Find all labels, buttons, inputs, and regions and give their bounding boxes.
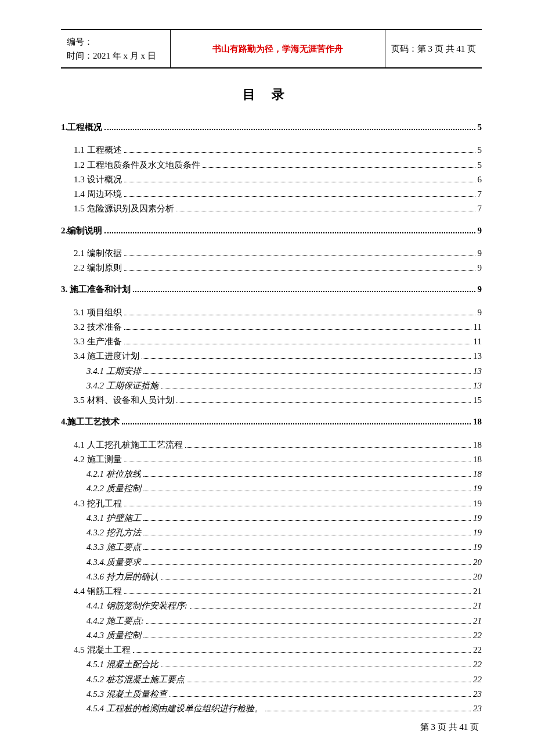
header-left-cell: 编号： 时间：2021 年 x 月 x 日 (61, 30, 171, 68)
toc-entry-label: 3.5 材料、设备和人员计划 (74, 394, 174, 407)
toc-entry-label: 4.3.4.质量要求 (86, 556, 141, 569)
toc-entry-label: 4.3.1 护壁施工 (86, 512, 141, 525)
toc-leader-dots (133, 652, 471, 653)
toc-entry-page: 9 (478, 247, 482, 260)
toc-entry: 1.3 设计概况6 (74, 173, 482, 186)
toc-entry: 1.5 危险源识别及因素分析7 (74, 202, 482, 215)
toc-entry-page: 13 (473, 379, 482, 393)
toc-leader-dots (143, 564, 471, 565)
toc-entry-label: 4.3.2 挖孔方法 (86, 526, 141, 539)
toc-entry-page: 22 (473, 658, 482, 671)
toc-entry-page: 7 (478, 188, 482, 201)
toc-leader-dots (176, 211, 475, 211)
toc-leader-dots (124, 182, 475, 182)
toc-entry-page: 18 (473, 415, 482, 429)
toc-entry-page: 15 (473, 394, 482, 407)
toc-entry-page: 23 (473, 702, 482, 715)
toc-entry-label: 3.2 技术准备 (74, 321, 122, 334)
toc-leader-dots (124, 270, 475, 271)
toc-entry-label: 4.2.2 质量控制 (86, 482, 141, 495)
toc-entry-label: 3.4 施工进度计划 (74, 350, 139, 363)
toc-leader-dots (142, 358, 471, 359)
toc-entry-label: 1.工程概况 (61, 121, 102, 134)
toc-entry-page: 22 (473, 643, 482, 657)
toc-leader-dots (169, 696, 471, 697)
toc-entry: 3.1 项目组织9 (74, 306, 482, 319)
toc-entry-page: 21 (473, 585, 482, 598)
toc-entry-label: 1.1 工程概述 (74, 143, 122, 157)
toc-leader-dots (143, 476, 471, 477)
toc-entry: 2.1 编制依据9 (74, 247, 482, 260)
toc-entry-page: 13 (473, 350, 482, 363)
toc-leader-dots (143, 520, 471, 521)
toc-entry-label: 4.2 施工测量 (74, 453, 122, 466)
toc-leader-dots (265, 711, 471, 711)
toc-entry-label: 2.2 编制原则 (74, 261, 122, 275)
toc-entry-label: 4.5.2 桩芯混凝土施工要点 (86, 673, 185, 686)
toc-entry: 3.4.1 工期安排13 (86, 365, 482, 378)
toc-leader-dots (143, 535, 471, 535)
toc-entry-label: 3.4.2 工期保证措施 (86, 379, 158, 393)
toc-leader-dots (161, 579, 471, 579)
toc-entry: 4.2.1 桩位放线18 (86, 467, 482, 481)
toc-entry: 4.4.3 质量控制22 (86, 629, 482, 642)
toc-entry-page: 19 (473, 497, 482, 510)
toc-entry: 4.4.2 施工要点:21 (86, 614, 482, 628)
toc-entry: 3.5 材料、设备和人员计划15 (74, 394, 482, 407)
toc-entry: 4.2.2 质量控制19 (86, 482, 482, 495)
toc-entry-page: 5 (478, 121, 482, 134)
toc-entry-page: 21 (473, 599, 482, 613)
toc-entry: 1.4 周边环境7 (74, 188, 482, 201)
toc-entry-page: 19 (473, 482, 482, 495)
toc-leader-dots (161, 667, 471, 667)
toc-entry-label: 4.3.3 施工要点 (86, 541, 141, 554)
toc-leader-dots (124, 196, 475, 197)
table-of-contents: 1.工程概况51.1 工程概述51.2 工程地质条件及水文地质条件51.3 设计… (61, 121, 482, 715)
toc-entry-page: 19 (473, 512, 482, 525)
toc-entry: 4.施工工艺技术18 (61, 415, 482, 429)
toc-entry-page: 22 (473, 673, 482, 686)
toc-entry-label: 1.4 周边环境 (74, 188, 122, 201)
toc-entry: 4.3.2 挖孔方法19 (86, 526, 482, 539)
toc-entry: 4.5.3 混凝土质量检查23 (86, 687, 482, 701)
toc-entry: 4.4.1 钢筋笼制作安装程序:21 (86, 599, 482, 613)
toc-entry-label: 4.4.1 钢筋笼制作安装程序: (86, 599, 187, 613)
time-label: 时间：2021 年 x 月 x 日 (67, 49, 164, 63)
toc-entry-label: 1.2 工程地质条件及水文地质条件 (74, 159, 200, 172)
toc-entry: 4.5.2 桩芯混凝土施工要点22 (86, 673, 482, 686)
toc-entry-page: 9 (478, 224, 482, 237)
toc-entry-page: 23 (473, 687, 482, 701)
toc-entry: 2.编制说明9 (61, 224, 482, 237)
toc-leader-dots (176, 402, 471, 403)
toc-entry: 2.2 编制原则9 (74, 261, 482, 275)
toc-leader-dots (124, 344, 471, 344)
toc-entry-page: 11 (474, 321, 482, 334)
toc-leader-dots (143, 373, 471, 374)
toc-leader-dots (122, 423, 471, 424)
toc-entry: 1.2 工程地质条件及水文地质条件5 (74, 159, 482, 172)
toc-entry: 3.2 技术准备11 (74, 321, 482, 334)
toc-entry-label: 4.4.3 质量控制 (86, 629, 141, 642)
toc-entry-page: 18 (473, 467, 482, 481)
toc-entry-page: 5 (478, 143, 482, 157)
toc-entry-page: 20 (473, 570, 482, 584)
toc-leader-dots (124, 255, 475, 256)
toc-leader-dots (185, 447, 471, 448)
toc-leader-dots (203, 167, 475, 168)
toc-entry-label: 1.3 设计概况 (74, 173, 122, 186)
toc-entry-page: 19 (473, 526, 482, 539)
toc-entry: 4.5.1 混凝土配合比22 (86, 658, 482, 671)
toc-entry: 4.5.4 工程桩的检测由建设单位组织进行检验。23 (86, 702, 482, 715)
toc-leader-dots (190, 608, 471, 609)
toc-entry-label: 4.5.3 混凝土质量检查 (86, 687, 167, 701)
toc-entry-label: 4.5 混凝土工程 (74, 643, 131, 657)
toc-entry-page: 6 (478, 173, 482, 186)
toc-entry-page: 9 (478, 306, 482, 319)
toc-entry-page: 18 (473, 438, 482, 452)
toc-entry-label: 4.4.2 施工要点: (86, 614, 144, 628)
serial-number-label: 编号： (67, 35, 164, 49)
toc-entry: 4.2 施工测量18 (74, 453, 482, 466)
toc-entry: 4.3.4.质量要求20 (86, 556, 482, 569)
header-center-motto: 书山有路勤为径，学海无涯苦作舟 (171, 30, 385, 68)
toc-entry: 3.3 生产准备11 (74, 335, 482, 348)
